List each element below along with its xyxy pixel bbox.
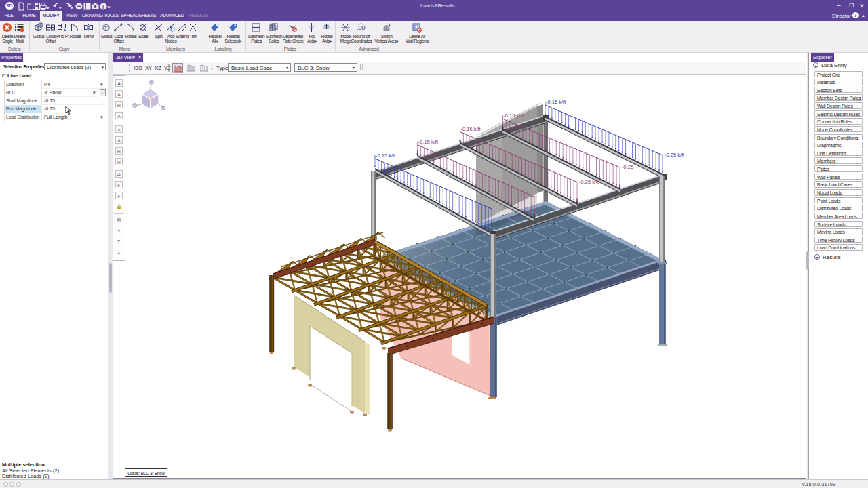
svg-text:-0.15 k/ft: -0.15 k/ft xyxy=(546,99,566,105)
svg-text:-0.15 k/ft: -0.15 k/ft xyxy=(418,139,439,145)
svg-text:-0.15 k/ft: -0.15 k/ft xyxy=(503,113,524,119)
svg-text:Y: Y xyxy=(151,81,153,84)
svg-text:-0.25 k/ft: -0.25 k/ft xyxy=(665,152,685,158)
svg-text:i: i xyxy=(102,4,104,10)
svg-text:X: X xyxy=(162,106,164,110)
svg-text:-0.15 k/ft: -0.15 k/ft xyxy=(376,152,396,159)
svg-text:.00: .00 xyxy=(357,24,366,31)
svg-text:-0.25: -0.25 xyxy=(622,164,633,170)
svg-text:Z: Z xyxy=(134,104,136,107)
svg-text:-0.15 k/ft: -0.15 k/ft xyxy=(461,126,481,132)
svg-text:-0.25 k/ft: -0.25 k/ft xyxy=(579,179,599,185)
